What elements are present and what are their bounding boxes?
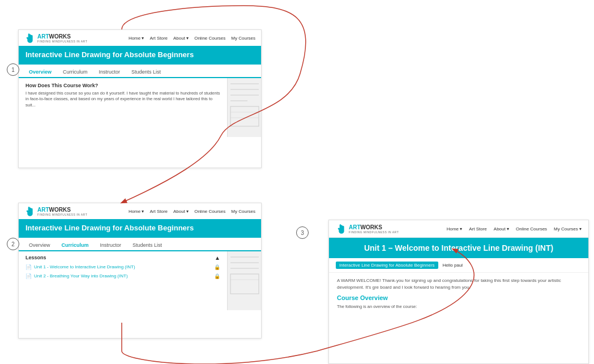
lesson-item-1[interactable]: 📄 Unit 1 - Welcome to Interactive Line D… bbox=[25, 264, 220, 270]
nav-about[interactable]: About ▾ bbox=[173, 36, 189, 41]
panel3-navbar: ARTWORKS FINDING MINDFULNESS IN ART Home… bbox=[329, 220, 588, 238]
panel2-course-title: Interactive Line Drawing for Absolute Be… bbox=[19, 219, 261, 238]
panel2-nav-my-courses[interactable]: My Courses bbox=[231, 209, 255, 214]
panel2-tabs: Overview Curriculum Instructor Students … bbox=[19, 240, 261, 251]
tab-overview[interactable]: Overview bbox=[23, 67, 57, 78]
tab-students-list[interactable]: Students List bbox=[126, 67, 166, 78]
panel2-tab-instructor[interactable]: Instructor bbox=[95, 240, 127, 251]
panel1-tabs: Overview Curriculum Instructor Students … bbox=[19, 67, 261, 78]
panel3-unit-title: Unit 1 – Welcome to Interactive Line Dra… bbox=[329, 238, 588, 258]
panel1-nav-links: Home ▾ Art Store About ▾ Online Courses … bbox=[129, 36, 255, 41]
lessons-collapse-icon[interactable]: ▲ bbox=[215, 255, 220, 261]
tab-instructor[interactable]: Instructor bbox=[93, 67, 126, 78]
panel1-logo-text: ARTWORKS FINDING MINDFULNESS IN ART bbox=[37, 33, 87, 43]
svg-rect-4 bbox=[230, 106, 259, 126]
nav-my-courses[interactable]: My Courses bbox=[231, 36, 255, 41]
panel1-course-title: Interactive Line Drawing for Absolute Be… bbox=[19, 46, 261, 65]
panel1-logo: ARTWORKS FINDING MINDFULNESS IN ART bbox=[24, 32, 87, 44]
panel2-nav-art-store[interactable]: Art Store bbox=[149, 209, 168, 214]
panel3-logo: ARTWORKS FINDING MINDFULNESS IN ART bbox=[336, 223, 399, 234]
panel2-nav-links: Home ▾ Art Store About ▾ Online Courses … bbox=[129, 209, 255, 214]
lesson-item-2[interactable]: 📄 Unit 2 - Breathing Your Way into Drawi… bbox=[25, 273, 220, 279]
panel2-nav-about[interactable]: About ▾ bbox=[173, 209, 189, 214]
panel3-breadcrumb-bar: Interactive Line Drawing for Absolute Be… bbox=[329, 258, 588, 273]
panel3-welcome-text: A WARM WELCOME! Thank-you for signing up… bbox=[337, 277, 580, 291]
panel3-course-overview-title: Course Overview bbox=[337, 294, 580, 301]
panel3-course-overview-text: The following is an overview of the cour… bbox=[337, 303, 580, 310]
panel2-nav-home[interactable]: Home ▾ bbox=[129, 209, 144, 214]
circle-label-3: 3 bbox=[296, 226, 309, 239]
lesson-2-doc-icon: 📄 bbox=[25, 273, 32, 279]
panel3-nav-online-courses[interactable]: Online Courses bbox=[516, 226, 547, 232]
panel3-nav-about[interactable]: About ▾ bbox=[494, 226, 509, 232]
panel-1: ARTWORKS FINDING MINDFULNESS IN ART Home… bbox=[18, 29, 262, 168]
svg-rect-10 bbox=[230, 274, 259, 294]
panel3-nav-my-courses[interactable]: My Courses ▾ bbox=[554, 226, 582, 232]
lesson-1-lock-icon: 🔒 bbox=[214, 264, 220, 270]
panel1-content: How Does This Course Work? I have design… bbox=[19, 78, 227, 137]
panel1-section-title: How Does This Course Work? bbox=[25, 83, 220, 88]
panel3-logo-text: ARTWORKS FINDING MINDFULNESS IN ART bbox=[349, 224, 399, 234]
panel3-content: A WARM WELCOME! Thank-you for signing up… bbox=[329, 273, 588, 318]
lesson-2-lock-icon: 🔒 bbox=[214, 273, 220, 279]
panel2-nav-online-courses[interactable]: Online Courses bbox=[194, 209, 225, 214]
logo-hand-icon bbox=[24, 32, 36, 44]
panel2-logo: ARTWORKS FINDING MINDFULNESS IN ART bbox=[24, 205, 87, 217]
sketch-lines-icon bbox=[228, 78, 262, 135]
nav-art-store[interactable]: Art Store bbox=[149, 36, 168, 41]
panel2-navbar: ARTWORKS FINDING MINDFULNESS IN ART Home… bbox=[19, 203, 261, 219]
panel2-sketch-area bbox=[227, 251, 261, 310]
lessons-header: Lessons ▲ bbox=[25, 255, 220, 261]
panel2-content-wrapper: Lessons ▲ 📄 Unit 1 - Welcome to Interact… bbox=[19, 251, 261, 310]
panel2-tab-curriculum[interactable]: Curriculum bbox=[56, 240, 95, 251]
circle-label-2: 2 bbox=[7, 238, 19, 250]
panel2-sketch-lines-icon bbox=[228, 251, 262, 308]
panel1-description: I have designed this course so you can d… bbox=[25, 91, 220, 109]
panel2-tab-students-list[interactable]: Students List bbox=[127, 240, 168, 251]
panel3-nav-art-store[interactable]: Art Store bbox=[469, 226, 487, 232]
panel3-nav-home[interactable]: Home ▾ bbox=[447, 226, 463, 232]
breadcrumb-user: Hello paul bbox=[443, 263, 463, 268]
lesson-1-text: 📄 Unit 1 - Welcome to Interactive Line D… bbox=[25, 264, 135, 270]
panel-2: ARTWORKS FINDING MINDFULNESS IN ART Home… bbox=[18, 203, 262, 339]
nav-online-courses[interactable]: Online Courses bbox=[194, 36, 225, 41]
lesson-1-doc-icon: 📄 bbox=[25, 264, 32, 270]
panel2-logo-hand-icon bbox=[24, 205, 36, 217]
panel2-lessons-wrapper: Lessons ▲ 📄 Unit 1 - Welcome to Interact… bbox=[19, 251, 227, 310]
lesson-2-text: 📄 Unit 2 - Breathing Your Way into Drawi… bbox=[25, 273, 128, 279]
panel2-lessons-section: Lessons ▲ 📄 Unit 1 - Welcome to Interact… bbox=[19, 251, 227, 286]
breadcrumb-link[interactable]: Interactive Line Drawing for Absolute Be… bbox=[336, 262, 438, 269]
panel2-logo-text: ARTWORKS FINDING MINDFULNESS IN ART bbox=[37, 207, 87, 216]
panel1-sketch-area bbox=[227, 78, 261, 137]
circle-label-1: 1 bbox=[7, 63, 19, 76]
tab-curriculum[interactable]: Curriculum bbox=[57, 67, 93, 78]
panel3-nav-links: Home ▾ Art Store About ▾ Online Courses … bbox=[447, 226, 582, 232]
panel2-tab-overview[interactable]: Overview bbox=[23, 240, 56, 251]
panel-3: ARTWORKS FINDING MINDFULNESS IN ART Home… bbox=[328, 220, 589, 364]
panel1-navbar: ARTWORKS FINDING MINDFULNESS IN ART Home… bbox=[19, 30, 261, 46]
nav-home[interactable]: Home ▾ bbox=[129, 36, 144, 41]
panel3-logo-hand-icon bbox=[336, 223, 347, 234]
